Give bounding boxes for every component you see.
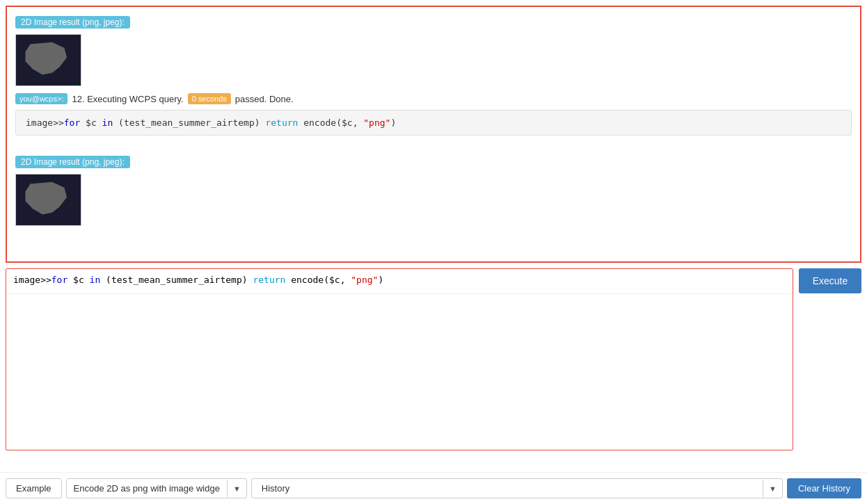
prompt-text: 12. Executing WCPS query. xyxy=(72,94,183,104)
prompt-line-1: you@wcps>: 12. Executing WCPS query. 0 s… xyxy=(15,93,852,104)
code-textarea[interactable] xyxy=(6,294,793,447)
result-label-2: 2D Image result (png, jpeg): xyxy=(15,156,130,168)
execute-button[interactable]: Execute xyxy=(799,268,861,293)
code-input-wrapper: image>>for $c in (test_mean_summer_airte… xyxy=(6,268,793,450)
input-section: image>>for $c in (test_mean_summer_airte… xyxy=(6,268,861,450)
prompt-suffix: passed. Done. xyxy=(235,94,294,104)
encode-dropdown-label: Encode 2D as png with image widge xyxy=(67,479,227,498)
user-badge: you@wcps>: xyxy=(15,93,67,104)
result-block-2: 2D Image result (png, jpeg): xyxy=(15,155,852,226)
bottom-bar: Example Encode 2D as png with image widg… xyxy=(0,472,867,504)
encode-dropdown-arrow-icon[interactable]: ▼ xyxy=(227,480,246,497)
clear-history-button[interactable]: Clear History xyxy=(787,478,861,498)
code-input-line: image>>for $c in (test_mean_summer_airte… xyxy=(6,269,793,294)
history-arrow-icon[interactable]: ▼ xyxy=(763,480,782,497)
output-panel[interactable]: 2D Image result (png, jpeg): you@wcps>: … xyxy=(6,6,861,263)
history-select-area xyxy=(299,485,763,493)
result-label-1: 2D Image result (png, jpeg): xyxy=(15,16,130,29)
australia-image-2 xyxy=(15,174,81,226)
result-block-1: 2D Image result (png, jpeg): you@wcps>: … xyxy=(15,15,852,136)
example-button[interactable]: Example xyxy=(6,478,62,498)
main-container: 2D Image result (png, jpeg): you@wcps>: … xyxy=(0,0,867,504)
encode-dropdown[interactable]: Encode 2D as png with image widge ▼ xyxy=(66,478,247,498)
divider xyxy=(15,147,852,155)
history-dropdown[interactable]: History ▼ xyxy=(251,478,783,498)
history-label: History xyxy=(252,479,299,498)
time-badge: 0 seconds xyxy=(188,93,231,104)
australia-image-1 xyxy=(15,34,81,86)
output-content: 2D Image result (png, jpeg): you@wcps>: … xyxy=(7,7,860,241)
code-block-1: image>>for $c in (test_mean_summer_airte… xyxy=(15,110,852,136)
